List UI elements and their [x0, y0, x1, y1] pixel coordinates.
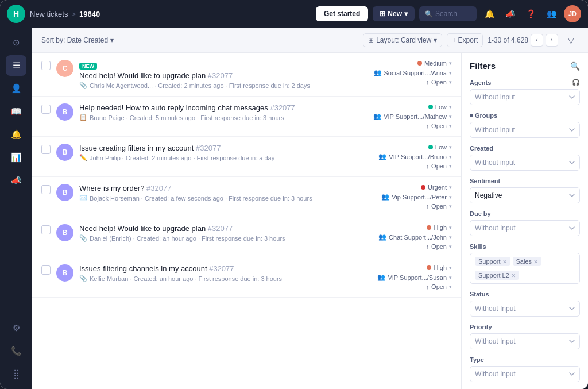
- skill-tag-support-l2[interactable]: Support L2 ✕: [475, 271, 519, 280]
- ticket-priority[interactable]: Urgent ▾: [421, 184, 452, 191]
- ticket-body: Issues filtering channels in my account …: [79, 264, 331, 282]
- ticket-status[interactable]: ↑ Open ▾: [426, 203, 452, 210]
- priority-chevron-icon: ▾: [449, 265, 452, 271]
- skills-tags-container[interactable]: Support ✕ Sales ✕ Support L2 ✕: [470, 253, 580, 284]
- sidebar-item-knowledge[interactable]: 📖: [6, 101, 26, 122]
- filters-search-icon[interactable]: 🔍: [570, 61, 580, 71]
- skill-tag-sales[interactable]: Sales ✕: [513, 257, 542, 266]
- type-select[interactable]: Without Input: [470, 366, 580, 382]
- sidebar-item-settings[interactable]: ⚙: [6, 318, 26, 338]
- export-button[interactable]: + Export: [447, 33, 483, 47]
- ticket-team[interactable]: 👥 VIP Support.../Susan ▾: [377, 274, 452, 281]
- ticket-checkbox[interactable]: [41, 265, 51, 275]
- ticket-row[interactable]: B Where is my order? #32077 ✉️ Bojack Ho…: [32, 177, 461, 217]
- ticket-title: Help needed! How to auto reply incoming …: [79, 103, 331, 112]
- ticket-avatar: B: [56, 184, 74, 201]
- ticket-priority[interactable]: High ▾: [427, 224, 452, 231]
- get-started-button[interactable]: Get started: [316, 6, 368, 21]
- ticket-row[interactable]: B Issues filtering channels in my accoun…: [32, 257, 461, 298]
- ticket-status[interactable]: ↑ Open ▾: [426, 283, 452, 290]
- ticket-team[interactable]: 👥 Social Support.../Anna ▾: [374, 69, 452, 76]
- ticket-team[interactable]: 👥 Vip Support.../Peter ▾: [381, 193, 452, 201]
- ticket-priority[interactable]: High ▾: [427, 264, 452, 271]
- ticket-checkbox[interactable]: [41, 225, 51, 234]
- created-select[interactable]: Without input: [470, 155, 580, 171]
- search-icon: 🔍: [425, 10, 433, 18]
- filter-button[interactable]: ▽: [563, 32, 579, 48]
- filter-section-created: Created Without input: [470, 145, 580, 171]
- ticket-title: Need help! Would like to upgrade plan #3…: [79, 71, 331, 80]
- ticket-status[interactable]: ↑ Open ▾: [426, 243, 452, 250]
- sidebar-item-reports[interactable]: 📊: [6, 147, 26, 168]
- ticket-status[interactable]: ↑ Open ▾: [426, 79, 452, 86]
- ticket-title: Need help! Would like to upgrade plan #3…: [79, 224, 331, 233]
- priority-chevron-icon: ▾: [449, 184, 452, 190]
- sidebar-item-contacts[interactable]: 👤: [6, 78, 26, 99]
- sidebar-item-tickets[interactable]: ☰: [6, 55, 26, 76]
- user-avatar[interactable]: JD: [564, 5, 581, 22]
- team-icon: 👥: [373, 113, 381, 120]
- team-button[interactable]: 👥: [543, 6, 559, 22]
- notifications-button[interactable]: 🔔: [481, 6, 497, 22]
- sort-chevron-icon: ▾: [110, 36, 114, 44]
- ticket-team[interactable]: 👥 VIP Support.../Mathew ▾: [373, 113, 452, 120]
- ticket-team[interactable]: 👥 VIP Support.../Bruno ▾: [378, 153, 452, 160]
- breadcrumb-link[interactable]: New tickets: [30, 10, 68, 18]
- due-by-select[interactable]: Without Input: [470, 220, 580, 236]
- remove-skill-sales[interactable]: ✕: [533, 259, 538, 265]
- remove-skill-support-l2[interactable]: ✕: [511, 272, 516, 279]
- priority-dot: [427, 225, 431, 230]
- layout-button[interactable]: ⊞ Layout: Card view ▾: [363, 33, 442, 47]
- status-label: Open: [431, 243, 447, 250]
- ticket-priority[interactable]: Low ▾: [428, 103, 452, 110]
- ticket-meta: 📋 Bruno Paige · Created: 5 minutes ago ·…: [79, 114, 331, 121]
- priority-label: Priority: [470, 323, 580, 330]
- sidebar-item-phone[interactable]: 📞: [6, 341, 26, 361]
- ticket-row[interactable]: B Help needed! How to auto reply incomin…: [32, 97, 461, 137]
- ticket-checkbox[interactable]: [41, 61, 51, 70]
- filter-section-groups: Groups Without input: [470, 112, 580, 138]
- priority-select[interactable]: Without Input: [470, 333, 580, 349]
- team-chevron-icon: ▾: [449, 275, 452, 280]
- team-label: VIP Support.../Mathew: [384, 113, 447, 120]
- ticket-checkbox[interactable]: [41, 185, 51, 194]
- ticket-status[interactable]: ↑ Open ▾: [426, 163, 452, 170]
- ticket-row[interactable]: B Issue creating filters in my account #…: [32, 137, 461, 177]
- priority-dot: [427, 265, 431, 270]
- team-label: Vip Support.../Peter: [392, 194, 447, 201]
- ticket-priority[interactable]: Low ▾: [428, 144, 452, 151]
- broadcast-button[interactable]: 📣: [502, 6, 518, 22]
- ticket-checkbox[interactable]: [41, 145, 51, 154]
- ticket-row[interactable]: C New Need help! Would like to upgrade p…: [32, 53, 461, 97]
- remove-skill-support[interactable]: ✕: [502, 259, 507, 265]
- help-button[interactable]: ❓: [523, 6, 539, 22]
- priority-dot: [417, 61, 422, 66]
- status-icon: ↑: [426, 122, 430, 129]
- sentiment-select[interactable]: Negative: [470, 187, 580, 203]
- search-bar[interactable]: 🔍 Search: [419, 6, 477, 21]
- team-chevron-icon: ▾: [449, 194, 452, 200]
- sort-button[interactable]: Sort by: Date Created ▾: [41, 36, 114, 44]
- new-button[interactable]: ⊞ New ▾: [373, 6, 415, 21]
- sidebar-item-campaigns[interactable]: 📣: [6, 170, 26, 191]
- sidebar-item-grid[interactable]: ⣿: [6, 364, 26, 384]
- status-select[interactable]: Without Input: [470, 301, 580, 317]
- groups-select[interactable]: Without input: [470, 122, 580, 138]
- skill-tag-support[interactable]: Support ✕: [475, 257, 510, 266]
- sidebar-item-dashboard[interactable]: ⊙: [6, 32, 26, 53]
- ticket-row[interactable]: B Need help! Would like to upgrade plan …: [32, 217, 461, 257]
- ticket-meta: ✉️ Bojack Horseman · Created: a few seco…: [79, 194, 331, 202]
- status-chevron-icon: ▾: [449, 284, 452, 290]
- ticket-status[interactable]: ↑ Open ▾: [426, 122, 452, 129]
- prev-page-button[interactable]: ‹: [531, 34, 543, 47]
- next-page-button[interactable]: ›: [546, 34, 558, 47]
- layout-icon: ⊞: [368, 36, 374, 44]
- ticket-avatar: B: [56, 264, 74, 282]
- ticket-team[interactable]: 👥 Chat Support.../John ▾: [378, 233, 452, 241]
- priority-chevron-icon: ▾: [449, 104, 452, 110]
- agents-select[interactable]: Without input: [470, 89, 580, 105]
- ticket-priority[interactable]: Medium ▾: [417, 60, 452, 67]
- sidebar-item-notifications[interactable]: 🔔: [6, 124, 26, 145]
- ticket-checkbox[interactable]: [41, 105, 51, 114]
- filter-section-skills: Skills Support ✕ Sales ✕: [470, 243, 580, 284]
